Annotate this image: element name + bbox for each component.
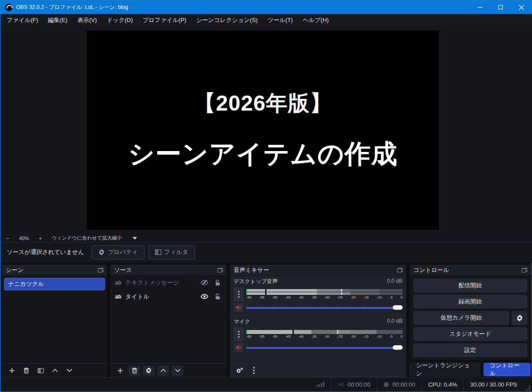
menu-scene-collection[interactable]: シーンコレクション(S) bbox=[191, 14, 263, 27]
volume-meter bbox=[246, 330, 403, 334]
scene-move-down-button[interactable] bbox=[63, 365, 75, 376]
record-icon bbox=[383, 382, 389, 388]
volume-slider[interactable] bbox=[246, 305, 403, 310]
add-source-button[interactable] bbox=[114, 365, 126, 376]
status-bar: 00:00:00 00:00:00 CPU: 0.4% 30.00 / 30.0… bbox=[1, 377, 532, 391]
no-source-selected-label: ソースが選択されていません bbox=[1, 248, 92, 256]
mixer-menu-button[interactable] bbox=[248, 365, 260, 376]
controls-dock-header[interactable]: コントロール bbox=[410, 265, 531, 276]
tab-controls[interactable]: コントロール bbox=[483, 363, 531, 376]
popout-icon[interactable] bbox=[98, 268, 103, 272]
menu-view[interactable]: 表示(V) bbox=[72, 14, 102, 27]
record-timer: 00:00:00 bbox=[377, 378, 421, 392]
obs-window: OBS 32.0.2 - プロファイル: LoL - シーン: blog ファイ… bbox=[0, 0, 532, 392]
mixer-toolbar bbox=[230, 363, 406, 377]
mixer-channel-desktop-audio: デスクトップ音声 0.0 dB -60-55-50-45-40-35-30-25… bbox=[230, 276, 406, 315]
resize-grip[interactable] bbox=[524, 385, 531, 391]
speaker-muted-icon bbox=[235, 305, 242, 310]
zoom-out-button[interactable]: − bbox=[1, 236, 14, 241]
filters-button[interactable]: フィルタ bbox=[148, 245, 195, 259]
channel-db-value: 0.0 dB bbox=[387, 318, 403, 325]
start-virtual-camera-button[interactable]: 仮想カメラ開始 bbox=[413, 311, 509, 325]
canvas-text-line2: シーンアイテムの作成 bbox=[128, 137, 398, 172]
popout-icon[interactable] bbox=[217, 268, 223, 272]
sources-dock-header[interactable]: ソース bbox=[111, 265, 226, 276]
window-title: OBS 32.0.2 - プロファイル: LoL - シーン: blog bbox=[16, 4, 470, 11]
channel-menu-button[interactable] bbox=[234, 287, 244, 301]
source-properties-button[interactable] bbox=[143, 365, 155, 376]
menu-edit[interactable]: 編集(E) bbox=[43, 14, 72, 27]
slider-handle[interactable] bbox=[393, 305, 403, 310]
settings-button[interactable]: 設定 bbox=[413, 343, 527, 357]
chevron-down-icon[interactable] bbox=[133, 237, 137, 240]
scenes-dock-header[interactable]: シーン bbox=[2, 265, 107, 276]
menu-tools[interactable]: ツール(T) bbox=[262, 14, 297, 27]
meter-scale: -60-55-50-45-40-35-30-25-20-15-10-50 bbox=[246, 295, 403, 299]
remove-scene-button[interactable] bbox=[20, 365, 32, 376]
scene-filters-button[interactable] bbox=[35, 365, 46, 376]
popout-icon[interactable] bbox=[397, 268, 403, 272]
properties-button[interactable]: プロパティ bbox=[92, 245, 145, 259]
cpu-usage: CPU: 0.4% bbox=[421, 378, 463, 392]
minimize-button[interactable] bbox=[470, 0, 490, 14]
channel-menu-button[interactable] bbox=[234, 327, 244, 341]
text-source-icon: ab bbox=[115, 280, 121, 286]
mixer-body: デスクトップ音声 0.0 dB -60-55-50-45-40-35-30-25… bbox=[230, 276, 406, 363]
popout-icon[interactable] bbox=[522, 268, 527, 272]
mixer-dock-header[interactable]: 音声ミキサー bbox=[230, 265, 406, 276]
source-move-up-button[interactable] bbox=[157, 365, 169, 376]
lock-open-icon[interactable] bbox=[213, 294, 222, 300]
tab-scene-transitions[interactable]: シーントランジション bbox=[410, 363, 480, 376]
mute-button[interactable] bbox=[234, 343, 244, 352]
channel-db-value: 0.0 dB bbox=[387, 278, 403, 285]
scenes-toolbar bbox=[2, 363, 107, 377]
scenes-dock: シーン ナニカツクル bbox=[2, 265, 107, 377]
menu-profile[interactable]: プロファイル(P) bbox=[137, 14, 191, 27]
mixer-channel-mic: マイク 0.0 dB -60-55-50-45-40-35-30-25-20-1… bbox=[230, 315, 406, 355]
scene-move-up-button[interactable] bbox=[49, 365, 61, 376]
fit-to-window-label[interactable]: ウィンドウに合わせて拡大縮小 bbox=[47, 235, 126, 241]
start-streaming-button[interactable]: 配信開始 bbox=[413, 279, 527, 292]
audio-mixer-dock: 音声ミキサー デスクトップ音声 0.0 dB bbox=[230, 265, 406, 377]
virtual-camera-settings-button[interactable] bbox=[512, 311, 527, 325]
menu-bar: ファイル(F) 編集(E) 表示(V) ドック(D) プロファイル(P) シーン… bbox=[1, 14, 532, 27]
scene-list: ナニカツクル bbox=[2, 276, 107, 363]
source-row-text-message[interactable]: ab テキストメッセージ bbox=[111, 276, 226, 290]
remove-source-button[interactable] bbox=[129, 365, 140, 376]
source-move-down-button[interactable] bbox=[172, 365, 183, 376]
source-list: ab テキストメッセージ ab タイトル bbox=[111, 276, 226, 363]
scene-item-selected[interactable]: ナニカツクル bbox=[4, 278, 105, 290]
obs-logo-icon bbox=[5, 4, 13, 11]
lock-open-icon[interactable] bbox=[213, 280, 222, 286]
volume-slider[interactable] bbox=[246, 345, 403, 350]
studio-mode-button[interactable]: スタジオモード bbox=[413, 327, 527, 341]
add-scene-button[interactable] bbox=[6, 365, 18, 376]
filter-icon bbox=[155, 249, 161, 255]
title-bar: OBS 32.0.2 - プロファイル: LoL - シーン: blog bbox=[0, 0, 532, 14]
zoom-in-button[interactable]: + bbox=[33, 236, 47, 241]
slider-handle[interactable] bbox=[393, 345, 403, 350]
volume-meter bbox=[246, 289, 403, 295]
controls-dock: コントロール 配信開始 録画開始 仮想カメラ開始 スタジオモード 設定 bbox=[410, 265, 531, 360]
source-row-title[interactable]: ab タイトル bbox=[111, 290, 226, 303]
menu-help[interactable]: ヘルプ(H) bbox=[298, 14, 334, 27]
maximize-button[interactable] bbox=[490, 0, 511, 14]
advanced-audio-button[interactable] bbox=[234, 365, 245, 376]
close-button[interactable] bbox=[511, 0, 532, 14]
broadcast-icon bbox=[337, 382, 345, 388]
fps-indicator: 30.00 / 30.00 FPS bbox=[463, 378, 523, 392]
canvas-text-line1: 【2026年版】 bbox=[194, 89, 332, 118]
channel-name: マイク bbox=[234, 318, 250, 325]
gear-icon bbox=[98, 249, 105, 255]
menu-file[interactable]: ファイル(F) bbox=[2, 14, 43, 27]
sources-toolbar bbox=[111, 363, 226, 377]
preview-area: 【2026年版】 シーンアイテムの作成 bbox=[1, 27, 532, 234]
menu-docks[interactable]: ドック(D) bbox=[102, 14, 138, 27]
eye-slash-icon[interactable] bbox=[200, 280, 209, 285]
start-recording-button[interactable]: 録画開始 bbox=[413, 295, 527, 308]
eye-icon[interactable] bbox=[200, 294, 209, 299]
signal-bars-icon bbox=[316, 382, 324, 387]
mute-button[interactable] bbox=[234, 303, 244, 312]
sources-dock: ソース ab テキストメッセージ ab タイトル bbox=[111, 265, 226, 377]
program-canvas[interactable]: 【2026年版】 シーンアイテムの作成 bbox=[87, 31, 439, 230]
